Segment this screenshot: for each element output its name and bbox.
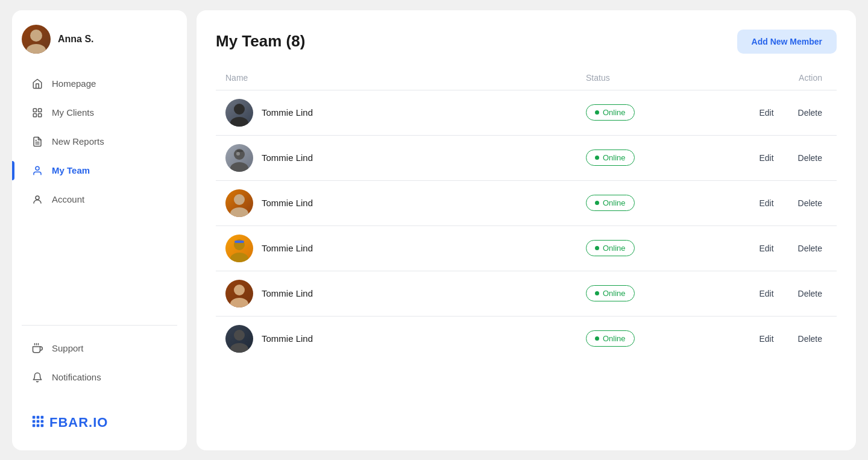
- delete-button[interactable]: Delete: [793, 151, 827, 165]
- clients-icon: [31, 107, 43, 119]
- delete-button[interactable]: Delete: [793, 241, 827, 256]
- edit-button[interactable]: Edit: [754, 241, 778, 256]
- svg-rect-19: [33, 424, 36, 427]
- svg-rect-13: [33, 415, 36, 418]
- svg-point-26: [236, 152, 240, 156]
- member-name: Tommie Lind: [262, 243, 313, 253]
- svg-rect-16: [33, 420, 36, 423]
- svg-rect-4: [33, 113, 36, 116]
- col-header-status: Status: [586, 73, 706, 83]
- status-label: Online: [603, 244, 626, 253]
- svg-rect-27: [237, 150, 243, 152]
- svg-rect-20: [37, 424, 40, 427]
- edit-button[interactable]: Edit: [754, 332, 778, 346]
- add-new-member-button[interactable]: Add New Member: [737, 30, 837, 54]
- brand-icon: [31, 415, 45, 431]
- status-cell: Online: [586, 330, 706, 347]
- delete-button[interactable]: Delete: [793, 286, 827, 301]
- status-dot: [595, 201, 599, 205]
- status-label: Online: [603, 108, 626, 117]
- svg-rect-3: [39, 109, 42, 112]
- edit-button[interactable]: Edit: [754, 286, 778, 301]
- status-badge: Online: [586, 150, 635, 166]
- sidebar-item-label: Account: [52, 194, 84, 204]
- member-name: Tommie Lind: [262, 153, 313, 163]
- svg-rect-18: [41, 420, 44, 423]
- bell-icon: [31, 371, 43, 383]
- svg-point-29: [230, 207, 248, 217]
- member-info: Tommie Lind: [225, 325, 586, 353]
- svg-rect-14: [37, 415, 40, 418]
- member-avatar: [225, 325, 253, 353]
- sidebar-item-new-reports[interactable]: New Reports: [22, 128, 177, 155]
- sidebar-item-my-clients[interactable]: My Clients: [22, 99, 177, 126]
- delete-button[interactable]: Delete: [793, 106, 827, 120]
- sidebar-item-notifications[interactable]: Notifications: [22, 364, 177, 391]
- status-label: Online: [603, 153, 626, 162]
- sidebar-item-homepage[interactable]: Homepage: [22, 71, 177, 97]
- sidebar-item-label: Support: [52, 343, 84, 353]
- table-row: Tommie Lind Online Edit Delete: [216, 90, 837, 136]
- row-actions: Edit Delete: [706, 241, 827, 256]
- svg-point-9: [36, 196, 39, 200]
- member-info: Tommie Lind: [225, 280, 586, 307]
- table-row: Tommie Lind Online Edit Delete: [216, 317, 837, 361]
- svg-point-33: [234, 285, 245, 295]
- delete-button[interactable]: Delete: [793, 332, 827, 346]
- svg-point-25: [230, 162, 248, 172]
- edit-button[interactable]: Edit: [754, 106, 778, 120]
- sidebar-item-label: Notifications: [52, 372, 101, 382]
- svg-rect-15: [41, 415, 44, 418]
- delete-button[interactable]: Delete: [793, 196, 827, 210]
- status-label: Online: [603, 289, 626, 298]
- svg-point-8: [36, 166, 39, 170]
- svg-point-23: [230, 117, 248, 127]
- reports-icon: [31, 136, 43, 148]
- member-name: Tommie Lind: [262, 198, 313, 208]
- svg-rect-32: [234, 241, 244, 243]
- row-actions: Edit Delete: [706, 196, 827, 210]
- sidebar-item-account[interactable]: Account: [22, 186, 177, 213]
- row-actions: Edit Delete: [706, 332, 827, 346]
- sidebar-item-support[interactable]: Support: [22, 335, 177, 362]
- home-icon: [31, 78, 43, 90]
- status-badge: Online: [586, 240, 635, 256]
- app-container: Anna S. Homepage: [12, 10, 856, 450]
- col-header-name: Name: [225, 73, 586, 83]
- status-cell: Online: [586, 195, 706, 211]
- status-badge: Online: [586, 330, 635, 347]
- status-dot: [595, 246, 599, 250]
- edit-button[interactable]: Edit: [754, 196, 778, 210]
- status-cell: Online: [586, 240, 706, 256]
- svg-point-34: [230, 298, 248, 307]
- main-content: My Team (8) Add New Member Name Status A…: [197, 10, 856, 450]
- status-dot: [595, 291, 599, 295]
- table-header: Name Status Action: [216, 68, 837, 90]
- brand-text: FBAR.IO: [49, 415, 108, 430]
- sidebar-item-label: New Reports: [52, 136, 104, 147]
- member-name: Tommie Lind: [262, 107, 313, 118]
- edit-button[interactable]: Edit: [754, 151, 778, 165]
- member-avatar: [225, 235, 253, 262]
- svg-point-22: [234, 104, 245, 115]
- svg-point-1: [27, 44, 46, 54]
- status-badge: Online: [586, 104, 635, 121]
- member-name: Tommie Lind: [262, 333, 313, 344]
- sidebar-item-my-team[interactable]: My Team: [22, 157, 177, 184]
- brand: FBAR.IO: [22, 410, 177, 436]
- member-avatar: [225, 189, 253, 217]
- status-cell: Online: [586, 150, 706, 166]
- sidebar: Anna S. Homepage: [12, 10, 187, 450]
- table-row: Tommie Lind Online Edit Delete: [216, 181, 837, 226]
- page-header: My Team (8) Add New Member: [216, 30, 837, 54]
- support-icon: [31, 342, 43, 354]
- account-icon: [31, 194, 43, 206]
- row-actions: Edit Delete: [706, 151, 827, 165]
- status-dot: [595, 156, 599, 160]
- nav-section: Homepage My Clients: [22, 71, 177, 315]
- user-name: Anna S.: [58, 34, 94, 45]
- member-info: Tommie Lind: [225, 144, 586, 172]
- user-profile: Anna S.: [22, 25, 177, 54]
- table-row: Tommie Lind Online Edit Delete: [216, 226, 837, 271]
- status-dot: [595, 110, 599, 115]
